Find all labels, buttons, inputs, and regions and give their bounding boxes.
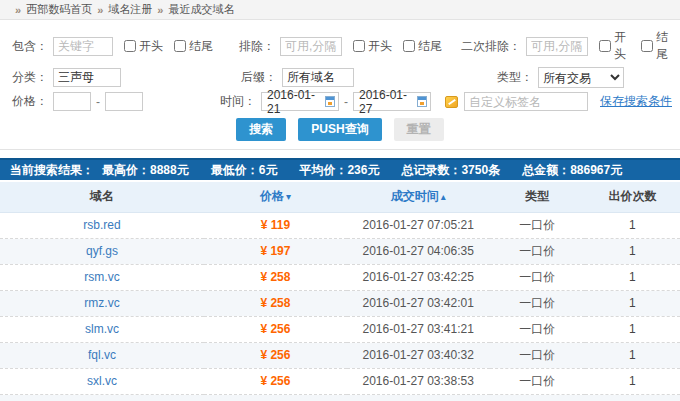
time-cell: 2016-01-27 03:38:53 — [347, 368, 490, 394]
table-header-row: 域名 价格▾ 成交时间▴ 类型 出价次数 — [0, 182, 680, 212]
form-row-1: 包含： 开头 结尾 排除： 开头 结尾 二次排除： 开头 结尾 — [8, 29, 672, 63]
time-label: 时间： — [216, 93, 256, 110]
table-row: sxl.vc¥ 2562016-01-27 03:38:53一口价1 — [0, 368, 680, 394]
price-label: 价格： — [8, 93, 48, 110]
type-cell: 一口价 — [490, 394, 585, 401]
breadcrumb-current-page: 最近成交域名 — [168, 2, 234, 17]
contains-startswith-label: 开头 — [139, 38, 163, 55]
breadcrumb-home[interactable]: 西部数码首页 — [26, 2, 92, 17]
domain-link[interactable]: rsm.vc — [84, 270, 119, 284]
save-search-link[interactable]: 保存搜索条件 — [600, 93, 672, 110]
domain-link[interactable]: qyf.gs — [86, 244, 118, 258]
date-range-separator: - — [344, 95, 348, 109]
contains-input[interactable] — [53, 37, 113, 56]
date-to-input[interactable]: 2016-01-27 — [353, 92, 431, 111]
search-form: 包含： 开头 结尾 排除： 开头 结尾 二次排除： 开头 结尾 分类： — [0, 20, 680, 150]
table-row: dqx.red¥ 1202016-01-27 01:39:34一口价1 — [0, 394, 680, 401]
table-row: fql.vc¥ 2562016-01-27 03:40:32一口价1 — [0, 342, 680, 368]
second-exclude-input[interactable] — [526, 37, 588, 56]
second-exclude-startswith-label: 开头 — [614, 29, 630, 63]
date-from-value: 2016-01-21 — [267, 88, 325, 116]
exclude-input[interactable] — [280, 37, 342, 56]
stat-lowest-price: 最低价：6元 — [211, 162, 278, 179]
exclude-endswith-label: 结尾 — [418, 38, 442, 55]
type-select[interactable]: 所有交易 — [538, 67, 624, 88]
stat-average-price: 平均价：236元 — [299, 162, 379, 179]
suffix-input[interactable] — [282, 68, 354, 87]
price-cell: ¥ 256 — [204, 342, 347, 368]
price-cell: ¥ 197 — [204, 238, 347, 264]
push-query-button[interactable]: PUSH查询 — [298, 118, 381, 141]
custom-tag-input[interactable] — [464, 92, 588, 111]
breadcrumb-arrow-icon: » — [15, 4, 21, 16]
price-cell: ¥ 256 — [204, 368, 347, 394]
price-max-input[interactable] — [105, 92, 143, 111]
date-to-value: 2016-01-27 — [359, 88, 417, 116]
col-header-price[interactable]: 价格▾ — [204, 182, 347, 212]
domain-cell: rmz.vc — [0, 290, 204, 316]
breadcrumb-arrow-icon: » — [97, 4, 103, 16]
domain-link[interactable]: rsb.red — [83, 218, 120, 232]
price-cell: ¥ 256 — [204, 316, 347, 342]
price-cell: ¥ 120 — [204, 394, 347, 401]
category-input[interactable] — [53, 68, 121, 87]
domain-cell: slm.vc — [0, 316, 204, 342]
bids-cell: 1 — [585, 394, 680, 401]
time-cell: 2016-01-27 03:42:01 — [347, 290, 490, 316]
contains-endswith-checkbox[interactable] — [174, 40, 186, 52]
type-cell: 一口价 — [490, 238, 585, 264]
domain-link[interactable]: fql.vc — [88, 348, 116, 362]
stat-total-records: 总记录数：3750条 — [401, 162, 500, 179]
breadcrumb-domain-register[interactable]: 域名注册 — [108, 2, 152, 17]
table-row: rsm.vc¥ 2582016-01-27 03:42:25一口价1 — [0, 264, 680, 290]
contains-endswith-label: 结尾 — [189, 38, 213, 55]
price-cell: ¥ 119 — [204, 212, 347, 238]
domain-cell: rsm.vc — [0, 264, 204, 290]
exclude-startswith-checkbox[interactable] — [353, 40, 365, 52]
price-cell: ¥ 258 — [204, 264, 347, 290]
breadcrumb-arrow-icon: » — [157, 4, 163, 16]
exclude-endswith-checkbox[interactable] — [403, 40, 415, 52]
price-min-input[interactable] — [53, 92, 91, 111]
search-button[interactable]: 搜索 — [236, 118, 286, 141]
form-row-2: 分类： 后缀： 类型： 所有交易 — [8, 67, 672, 88]
type-cell: 一口价 — [490, 316, 585, 342]
contains-startswith-checkbox[interactable] — [124, 40, 136, 52]
type-label: 类型： — [465, 69, 533, 86]
col-header-bid-count: 出价次数 — [585, 182, 680, 212]
table-row: rsb.red¥ 1192016-01-27 07:05:21一口价1 — [0, 212, 680, 238]
suffix-label: 后缀： — [237, 69, 277, 86]
calendar-icon[interactable] — [417, 96, 427, 107]
time-cell: 2016-01-27 03:40:32 — [347, 342, 490, 368]
sort-asc-icon: ▴ — [441, 191, 446, 202]
domain-cell: dqx.red — [0, 394, 204, 401]
search-result-summary: 当前搜索结果： 最高价：8888元 最低价：6元 平均价：236元 总记录数：3… — [0, 158, 680, 180]
type-cell: 一口价 — [490, 368, 585, 394]
calendar-icon[interactable] — [325, 96, 335, 107]
second-exclude-startswith-checkbox[interactable] — [599, 40, 611, 52]
reset-button[interactable]: 重置 — [394, 118, 444, 141]
bids-cell: 1 — [585, 290, 680, 316]
second-exclude-endswith-label: 结尾 — [656, 29, 672, 63]
col-header-domain: 域名 — [0, 182, 204, 212]
form-row-3: 价格： - 时间： 2016-01-21 - 2016-01-27 保存搜索条件 — [8, 92, 672, 111]
domain-cell: rsb.red — [0, 212, 204, 238]
category-label: 分类： — [8, 69, 48, 86]
domain-link[interactable]: slm.vc — [85, 322, 119, 336]
col-header-deal-time[interactable]: 成交时间▴ — [347, 182, 490, 212]
time-cell: 2016-01-27 04:06:35 — [347, 238, 490, 264]
date-from-input[interactable]: 2016-01-21 — [261, 92, 339, 111]
second-exclude-endswith-checkbox[interactable] — [641, 40, 653, 52]
tag-icon — [445, 96, 458, 108]
domain-link[interactable]: sxl.vc — [87, 374, 117, 388]
type-cell: 一口价 — [490, 264, 585, 290]
breadcrumb: » 西部数码首页 » 域名注册 » 最近成交域名 — [0, 0, 680, 20]
bids-cell: 1 — [585, 264, 680, 290]
sort-desc-icon: ▾ — [286, 191, 291, 202]
domain-link[interactable]: rmz.vc — [84, 296, 119, 310]
time-cell: 2016-01-27 03:41:21 — [347, 316, 490, 342]
bids-cell: 1 — [585, 212, 680, 238]
time-cell: 2016-01-27 07:05:21 — [347, 212, 490, 238]
table-row: slm.vc¥ 2562016-01-27 03:41:21一口价1 — [0, 316, 680, 342]
stat-total-amount: 总金额：886967元 — [522, 162, 622, 179]
